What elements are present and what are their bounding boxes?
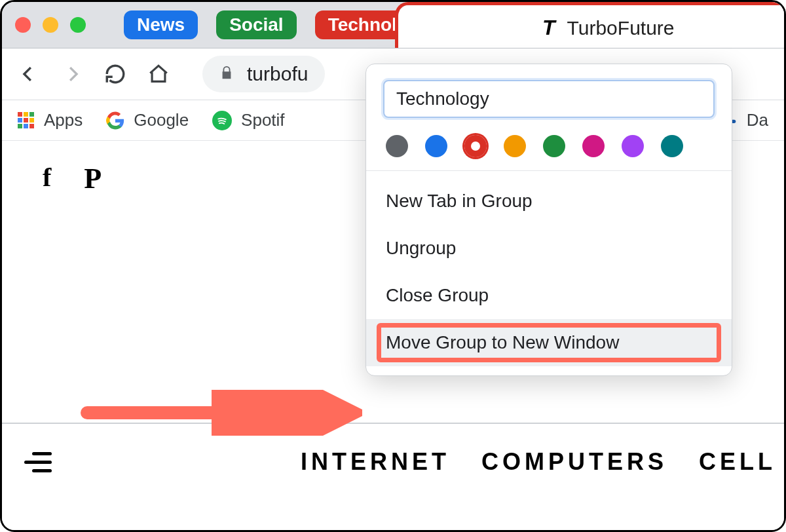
- address-bar[interactable]: turbofu: [202, 56, 325, 92]
- bookmark-google[interactable]: Google: [106, 110, 189, 130]
- color-blue[interactable]: [425, 135, 447, 157]
- hamburger-menu-button[interactable]: [24, 452, 52, 472]
- bookmark-spotify[interactable]: Spotif: [212, 110, 285, 130]
- fullscreen-window-button[interactable]: [70, 17, 86, 33]
- page-nav-computers[interactable]: COMPUTERS: [481, 448, 667, 476]
- context-menu-items: New Tab in Group Ungroup Close Group Mov…: [366, 171, 732, 375]
- group-name-input[interactable]: [383, 80, 715, 118]
- active-tab[interactable]: T TurboFuture: [398, 5, 784, 50]
- home-button[interactable]: [147, 63, 170, 85]
- page-nav-cell[interactable]: CELL: [699, 448, 776, 476]
- close-window-button[interactable]: [15, 17, 31, 33]
- extension-label: Da: [747, 110, 768, 130]
- pinterest-icon[interactable]: P: [84, 162, 102, 195]
- page-social-links: f P: [43, 162, 102, 195]
- active-tab-region: T TurboFuture: [395, 2, 784, 50]
- tab-group-context-menu: New Tab in Group Ungroup Close Group Mov…: [365, 64, 732, 376]
- annotation-arrow: [81, 390, 362, 436]
- apps-label: Apps: [44, 110, 83, 130]
- menu-move-group-to-new-window[interactable]: Move Group to New Window: [366, 319, 732, 366]
- tab-group-social[interactable]: Social: [216, 10, 296, 39]
- page-nav-internet[interactable]: INTERNET: [301, 448, 450, 476]
- active-tab-title: TurboFuture: [567, 17, 675, 39]
- spotify-icon: [212, 111, 232, 130]
- color-orange[interactable]: [504, 135, 526, 157]
- menu-move-label: Move Group to New Window: [386, 332, 619, 352]
- minimize-window-button[interactable]: [43, 17, 58, 33]
- forward-button[interactable]: [61, 63, 83, 85]
- group-color-picker: [383, 118, 715, 170]
- bookmark-google-label: Google: [134, 110, 189, 130]
- apps-icon: [18, 112, 35, 129]
- color-grey[interactable]: [386, 135, 408, 157]
- menu-new-tab-in-group[interactable]: New Tab in Group: [366, 178, 732, 225]
- tab-group-news[interactable]: News: [124, 10, 198, 39]
- color-purple[interactable]: [622, 135, 644, 157]
- menu-ungroup[interactable]: Ungroup: [366, 225, 732, 272]
- apps-shortcut[interactable]: Apps: [18, 110, 83, 130]
- bookmark-spotify-label: Spotif: [241, 110, 285, 130]
- facebook-icon[interactable]: f: [43, 162, 51, 195]
- turbofuture-favicon: T: [542, 16, 553, 40]
- reload-button[interactable]: [104, 63, 126, 85]
- window-controls: [15, 17, 86, 33]
- menu-close-group[interactable]: Close Group: [366, 272, 732, 319]
- color-green[interactable]: [543, 135, 565, 157]
- url-text: turbofu: [247, 63, 308, 85]
- lock-icon: [219, 64, 234, 84]
- color-red[interactable]: [464, 135, 487, 157]
- google-icon: [106, 111, 124, 130]
- back-button[interactable]: [18, 63, 40, 85]
- color-teal[interactable]: [661, 135, 683, 157]
- color-pink[interactable]: [582, 135, 605, 157]
- tab-strip: News Social Technology T TurboFuture: [2, 2, 784, 48]
